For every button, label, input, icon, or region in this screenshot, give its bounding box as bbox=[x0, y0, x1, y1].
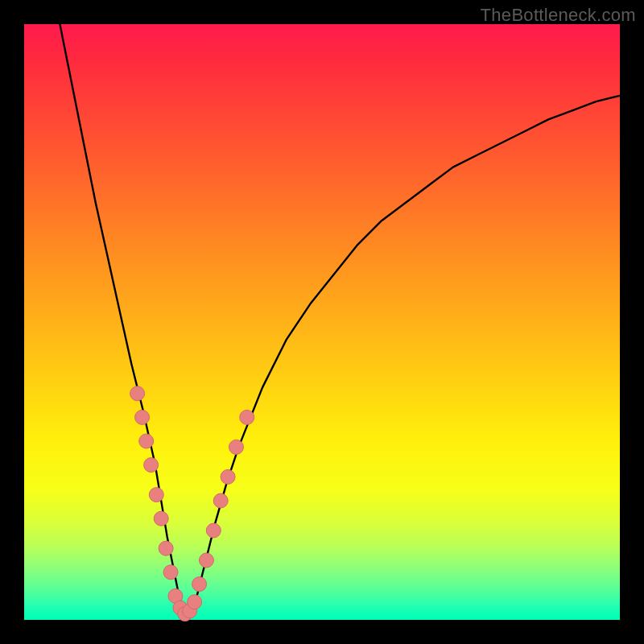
curve-marker bbox=[213, 493, 228, 508]
curve-marker bbox=[130, 386, 145, 401]
plot-area bbox=[24, 24, 620, 620]
curve-marker bbox=[229, 440, 243, 454]
chart-frame: TheBottleneck.com bbox=[0, 0, 644, 644]
curve-marker bbox=[159, 541, 173, 555]
curve-marker bbox=[221, 469, 235, 484]
curve-marker bbox=[135, 410, 150, 424]
curve-marker bbox=[206, 523, 221, 538]
chart-overlay bbox=[24, 24, 620, 620]
watermark-text: TheBottleneck.com bbox=[481, 5, 636, 26]
curve-markers bbox=[130, 386, 254, 621]
curve-marker bbox=[149, 488, 163, 502]
curve-marker bbox=[199, 553, 213, 568]
curve-marker bbox=[154, 511, 168, 526]
curve-marker bbox=[192, 577, 207, 592]
curve-marker bbox=[139, 434, 154, 448]
curve-marker bbox=[240, 410, 254, 424]
curve-marker bbox=[163, 565, 178, 580]
curve-marker bbox=[144, 458, 159, 473]
bottleneck-curve bbox=[60, 24, 620, 614]
curve-marker bbox=[188, 595, 202, 609]
